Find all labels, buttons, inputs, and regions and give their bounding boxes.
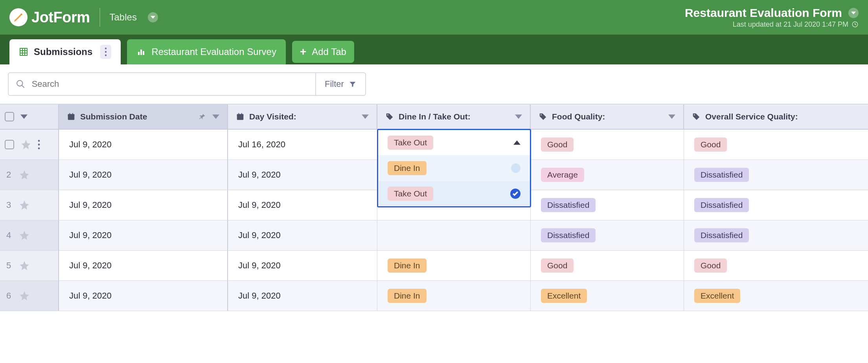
cell-food-quality[interactable]: Dissatisfied	[531, 220, 684, 251]
search-input[interactable]	[31, 79, 308, 90]
dine-dropdown-selected[interactable]: Take Out	[378, 130, 530, 155]
form-title-row: Restaurant Evaluation Form	[685, 6, 859, 20]
status-tag: Dissatisfied	[694, 168, 749, 182]
table-icon	[19, 47, 28, 57]
vertical-divider	[99, 8, 100, 27]
cell-day-visited[interactable]: Jul 9, 2020	[228, 160, 377, 190]
radio-unchecked-icon	[511, 163, 520, 173]
dine-option-takeout[interactable]: Take Out	[378, 181, 530, 206]
svg-point-19	[694, 114, 695, 116]
star-icon[interactable]	[19, 260, 30, 271]
add-tab-button[interactable]: + Add Tab	[292, 41, 354, 63]
cell-service-quality[interactable]: Excellent	[684, 281, 868, 311]
cell-day-visited[interactable]: Jul 9, 2020	[228, 281, 377, 311]
cell-submission-date[interactable]: Jul 9, 2020	[59, 190, 228, 220]
row-gutter: 2	[0, 160, 59, 190]
cell-food-quality[interactable]: Average	[531, 160, 684, 190]
cell-service-quality[interactable]: Dissatisfied	[684, 190, 868, 220]
cell-submission-date[interactable]: Jul 9, 2020	[59, 251, 228, 281]
svg-point-8	[17, 81, 22, 86]
cell-submission-date[interactable]: Jul 9, 2020	[59, 220, 228, 251]
cell-day-visited[interactable]: Jul 9, 2020	[228, 220, 377, 251]
star-icon[interactable]	[19, 200, 30, 211]
tag-icon	[385, 112, 394, 121]
star-icon[interactable]	[19, 290, 30, 301]
header-select-all	[0, 104, 59, 130]
tab-submissions[interactable]: Submissions	[9, 39, 121, 64]
chevron-down-icon[interactable]	[515, 113, 522, 120]
cell-day-visited[interactable]: Jul 9, 2020	[228, 251, 377, 281]
status-tag: Average	[541, 168, 584, 182]
dine-option-dinein[interactable]: Dine In	[378, 155, 530, 181]
section-dropdown[interactable]	[148, 12, 158, 22]
status-tag: Good	[694, 258, 727, 273]
cell-dine[interactable]: Dine In	[377, 281, 531, 311]
star-icon[interactable]	[19, 230, 30, 241]
star-icon[interactable]	[19, 169, 30, 180]
cell-food-quality[interactable]: Good	[531, 130, 684, 160]
cell-dine[interactable]: Take Out Dine In Take Out	[377, 130, 531, 160]
cell-submission-date[interactable]: Jul 9, 2020	[59, 281, 228, 311]
header-submission-date[interactable]: Submission Date	[59, 104, 228, 130]
row-number: 2	[5, 170, 13, 180]
status-tag: Dissatisfied	[694, 228, 749, 242]
filter-label: Filter	[325, 79, 344, 89]
chevron-down-icon[interactable]	[362, 113, 369, 120]
row-gutter: 3	[0, 190, 59, 220]
cell-food-quality[interactable]: Excellent	[531, 281, 684, 311]
cell-service-quality[interactable]: Good	[684, 130, 868, 160]
chevron-down-icon[interactable]	[20, 114, 28, 119]
svg-point-4	[105, 55, 107, 56]
status-tag: Dissatisfied	[694, 198, 749, 212]
cell-dine[interactable]: Dine In	[377, 251, 531, 281]
dine-tag: Take Out	[388, 136, 433, 150]
tab-options-button[interactable]	[100, 45, 111, 59]
dine-tag: Dine In	[388, 161, 427, 175]
add-tab-label: Add Tab	[312, 46, 346, 57]
filter-button[interactable]: Filter	[315, 73, 365, 95]
history-icon[interactable]	[851, 21, 859, 28]
plus-icon: +	[300, 46, 306, 58]
dine-dropdown[interactable]: Take Out Dine In Take Out	[377, 129, 531, 207]
select-all-checkbox[interactable]	[5, 112, 14, 121]
cell-service-quality[interactable]: Dissatisfied	[684, 160, 868, 190]
cell-service-quality[interactable]: Good	[684, 251, 868, 281]
cell-dine[interactable]	[377, 220, 531, 251]
row-checkbox[interactable]	[5, 140, 14, 149]
bar-chart-icon	[136, 47, 146, 57]
cell-service-quality[interactable]: Dissatisfied	[684, 220, 868, 251]
row-number: 5	[5, 260, 13, 271]
tabs-bar: Submissions Restaurant Evaluation Survey…	[0, 35, 868, 64]
pin-icon[interactable]	[198, 113, 206, 121]
cell-day-visited[interactable]: Jul 16, 2020	[228, 130, 377, 160]
form-title-dropdown[interactable]	[848, 8, 859, 18]
cell-food-quality[interactable]: Dissatisfied	[531, 190, 684, 220]
tab-survey[interactable]: Restaurant Evaluation Survey	[127, 39, 286, 64]
more-vertical-icon[interactable]	[38, 140, 40, 149]
header-service[interactable]: Overall Service Quality:	[684, 104, 868, 130]
cell-submission-date[interactable]: Jul 9, 2020	[59, 160, 228, 190]
header-food[interactable]: Food Quality:	[531, 104, 684, 130]
brand-logo[interactable]: JotForm	[9, 8, 90, 26]
status-tag: Dine In	[388, 258, 427, 273]
status-tag: Dissatisfied	[541, 228, 596, 242]
header-food-label: Food Quality:	[552, 112, 605, 121]
cell-submission-date[interactable]: Jul 9, 2020	[59, 130, 228, 160]
chevron-down-icon[interactable]	[212, 113, 219, 120]
svg-point-20	[38, 140, 40, 142]
search-icon	[16, 79, 26, 89]
svg-rect-7	[143, 51, 144, 55]
svg-point-22	[38, 147, 40, 149]
row-number: 4	[5, 230, 13, 240]
table-body: Jul 9, 2020Jul 16, 2020 Take Out Dine In…	[0, 130, 868, 311]
star-icon[interactable]	[20, 139, 31, 150]
table-header-row: Submission Date Day Visited: Dine In / T…	[0, 104, 868, 130]
cell-day-visited[interactable]: Jul 9, 2020	[228, 190, 377, 220]
header-dine[interactable]: Dine In / Take Out:	[377, 104, 531, 130]
chevron-down-icon[interactable]	[668, 113, 675, 120]
svg-rect-5	[138, 52, 140, 55]
header-day-visited[interactable]: Day Visited:	[228, 104, 377, 130]
cell-food-quality[interactable]: Good	[531, 251, 684, 281]
chevron-down-icon	[851, 11, 856, 15]
form-updated-row: Last updated at 21 Jul 2020 1:47 PM	[685, 20, 859, 29]
